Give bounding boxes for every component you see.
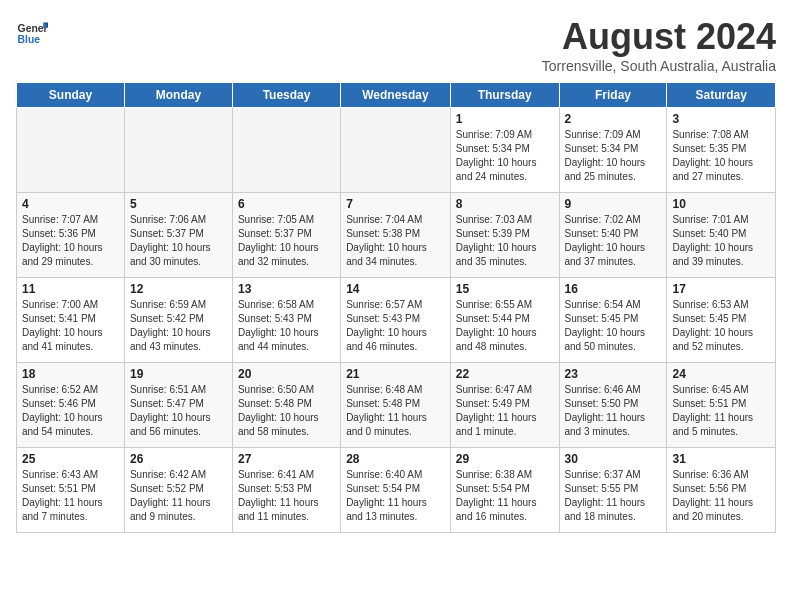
day-number: 1 [456, 112, 554, 126]
day-info: Sunrise: 6:53 AM Sunset: 5:45 PM Dayligh… [672, 298, 770, 354]
day-info: Sunrise: 6:47 AM Sunset: 5:49 PM Dayligh… [456, 383, 554, 439]
day-number: 31 [672, 452, 770, 466]
day-info: Sunrise: 7:09 AM Sunset: 5:34 PM Dayligh… [565, 128, 662, 184]
calendar-cell-6: 6Sunrise: 7:05 AM Sunset: 5:37 PM Daylig… [232, 193, 340, 278]
calendar-cell-7: 7Sunrise: 7:04 AM Sunset: 5:38 PM Daylig… [341, 193, 451, 278]
logo: General Blue [16, 16, 48, 48]
week-row-3: 11Sunrise: 7:00 AM Sunset: 5:41 PM Dayli… [17, 278, 776, 363]
calendar-cell-30: 30Sunrise: 6:37 AM Sunset: 5:55 PM Dayli… [559, 448, 667, 533]
day-info: Sunrise: 6:41 AM Sunset: 5:53 PM Dayligh… [238, 468, 335, 524]
calendar-cell-26: 26Sunrise: 6:42 AM Sunset: 5:52 PM Dayli… [124, 448, 232, 533]
day-number: 14 [346, 282, 445, 296]
day-info: Sunrise: 7:02 AM Sunset: 5:40 PM Dayligh… [565, 213, 662, 269]
day-number: 4 [22, 197, 119, 211]
day-number: 15 [456, 282, 554, 296]
calendar-cell-empty-3 [341, 108, 451, 193]
day-number: 11 [22, 282, 119, 296]
day-info: Sunrise: 6:42 AM Sunset: 5:52 PM Dayligh… [130, 468, 227, 524]
week-row-5: 25Sunrise: 6:43 AM Sunset: 5:51 PM Dayli… [17, 448, 776, 533]
calendar-cell-27: 27Sunrise: 6:41 AM Sunset: 5:53 PM Dayli… [232, 448, 340, 533]
day-number: 22 [456, 367, 554, 381]
day-number: 25 [22, 452, 119, 466]
calendar-cell-31: 31Sunrise: 6:36 AM Sunset: 5:56 PM Dayli… [667, 448, 776, 533]
day-info: Sunrise: 7:08 AM Sunset: 5:35 PM Dayligh… [672, 128, 770, 184]
day-info: Sunrise: 6:38 AM Sunset: 5:54 PM Dayligh… [456, 468, 554, 524]
day-info: Sunrise: 6:54 AM Sunset: 5:45 PM Dayligh… [565, 298, 662, 354]
calendar-table: SundayMondayTuesdayWednesdayThursdayFrid… [16, 82, 776, 533]
day-number: 24 [672, 367, 770, 381]
calendar-cell-16: 16Sunrise: 6:54 AM Sunset: 5:45 PM Dayli… [559, 278, 667, 363]
day-number: 9 [565, 197, 662, 211]
page-header: General Blue August 2024 Torrensville, S… [16, 16, 776, 74]
calendar-cell-10: 10Sunrise: 7:01 AM Sunset: 5:40 PM Dayli… [667, 193, 776, 278]
calendar-cell-20: 20Sunrise: 6:50 AM Sunset: 5:48 PM Dayli… [232, 363, 340, 448]
day-number: 17 [672, 282, 770, 296]
calendar-cell-28: 28Sunrise: 6:40 AM Sunset: 5:54 PM Dayli… [341, 448, 451, 533]
calendar-cell-9: 9Sunrise: 7:02 AM Sunset: 5:40 PM Daylig… [559, 193, 667, 278]
day-number: 7 [346, 197, 445, 211]
day-number: 28 [346, 452, 445, 466]
calendar-cell-18: 18Sunrise: 6:52 AM Sunset: 5:46 PM Dayli… [17, 363, 125, 448]
day-number: 26 [130, 452, 227, 466]
logo-icon: General Blue [16, 16, 48, 48]
week-row-4: 18Sunrise: 6:52 AM Sunset: 5:46 PM Dayli… [17, 363, 776, 448]
calendar-cell-8: 8Sunrise: 7:03 AM Sunset: 5:39 PM Daylig… [450, 193, 559, 278]
day-number: 10 [672, 197, 770, 211]
day-info: Sunrise: 7:07 AM Sunset: 5:36 PM Dayligh… [22, 213, 119, 269]
calendar-cell-1: 1Sunrise: 7:09 AM Sunset: 5:34 PM Daylig… [450, 108, 559, 193]
calendar-cell-11: 11Sunrise: 7:00 AM Sunset: 5:41 PM Dayli… [17, 278, 125, 363]
day-number: 19 [130, 367, 227, 381]
calendar-cell-15: 15Sunrise: 6:55 AM Sunset: 5:44 PM Dayli… [450, 278, 559, 363]
calendar-cell-empty-0 [17, 108, 125, 193]
day-info: Sunrise: 7:04 AM Sunset: 5:38 PM Dayligh… [346, 213, 445, 269]
day-info: Sunrise: 6:36 AM Sunset: 5:56 PM Dayligh… [672, 468, 770, 524]
day-header-thursday: Thursday [450, 83, 559, 108]
day-number: 13 [238, 282, 335, 296]
calendar-cell-29: 29Sunrise: 6:38 AM Sunset: 5:54 PM Dayli… [450, 448, 559, 533]
day-header-tuesday: Tuesday [232, 83, 340, 108]
day-header-wednesday: Wednesday [341, 83, 451, 108]
day-number: 6 [238, 197, 335, 211]
day-info: Sunrise: 7:03 AM Sunset: 5:39 PM Dayligh… [456, 213, 554, 269]
calendar-title: August 2024 [542, 16, 776, 58]
day-number: 12 [130, 282, 227, 296]
calendar-cell-24: 24Sunrise: 6:45 AM Sunset: 5:51 PM Dayli… [667, 363, 776, 448]
day-number: 16 [565, 282, 662, 296]
calendar-cell-14: 14Sunrise: 6:57 AM Sunset: 5:43 PM Dayli… [341, 278, 451, 363]
day-info: Sunrise: 6:55 AM Sunset: 5:44 PM Dayligh… [456, 298, 554, 354]
week-row-1: 1Sunrise: 7:09 AM Sunset: 5:34 PM Daylig… [17, 108, 776, 193]
day-info: Sunrise: 6:52 AM Sunset: 5:46 PM Dayligh… [22, 383, 119, 439]
week-row-2: 4Sunrise: 7:07 AM Sunset: 5:36 PM Daylig… [17, 193, 776, 278]
calendar-cell-2: 2Sunrise: 7:09 AM Sunset: 5:34 PM Daylig… [559, 108, 667, 193]
day-header-friday: Friday [559, 83, 667, 108]
calendar-cell-17: 17Sunrise: 6:53 AM Sunset: 5:45 PM Dayli… [667, 278, 776, 363]
day-info: Sunrise: 6:40 AM Sunset: 5:54 PM Dayligh… [346, 468, 445, 524]
day-number: 30 [565, 452, 662, 466]
day-info: Sunrise: 7:06 AM Sunset: 5:37 PM Dayligh… [130, 213, 227, 269]
day-info: Sunrise: 6:58 AM Sunset: 5:43 PM Dayligh… [238, 298, 335, 354]
title-block: August 2024 Torrensville, South Australi… [542, 16, 776, 74]
day-number: 27 [238, 452, 335, 466]
day-number: 29 [456, 452, 554, 466]
day-number: 20 [238, 367, 335, 381]
calendar-cell-13: 13Sunrise: 6:58 AM Sunset: 5:43 PM Dayli… [232, 278, 340, 363]
day-info: Sunrise: 6:57 AM Sunset: 5:43 PM Dayligh… [346, 298, 445, 354]
calendar-cell-25: 25Sunrise: 6:43 AM Sunset: 5:51 PM Dayli… [17, 448, 125, 533]
calendar-cell-23: 23Sunrise: 6:46 AM Sunset: 5:50 PM Dayli… [559, 363, 667, 448]
day-info: Sunrise: 6:45 AM Sunset: 5:51 PM Dayligh… [672, 383, 770, 439]
calendar-cell-5: 5Sunrise: 7:06 AM Sunset: 5:37 PM Daylig… [124, 193, 232, 278]
day-info: Sunrise: 6:46 AM Sunset: 5:50 PM Dayligh… [565, 383, 662, 439]
day-info: Sunrise: 7:00 AM Sunset: 5:41 PM Dayligh… [22, 298, 119, 354]
calendar-cell-empty-2 [232, 108, 340, 193]
calendar-subtitle: Torrensville, South Australia, Australia [542, 58, 776, 74]
svg-text:Blue: Blue [18, 34, 41, 45]
calendar-cell-12: 12Sunrise: 6:59 AM Sunset: 5:42 PM Dayli… [124, 278, 232, 363]
day-number: 18 [22, 367, 119, 381]
calendar-cell-4: 4Sunrise: 7:07 AM Sunset: 5:36 PM Daylig… [17, 193, 125, 278]
day-header-row: SundayMondayTuesdayWednesdayThursdayFrid… [17, 83, 776, 108]
calendar-cell-22: 22Sunrise: 6:47 AM Sunset: 5:49 PM Dayli… [450, 363, 559, 448]
day-number: 23 [565, 367, 662, 381]
day-number: 2 [565, 112, 662, 126]
day-number: 5 [130, 197, 227, 211]
day-info: Sunrise: 7:05 AM Sunset: 5:37 PM Dayligh… [238, 213, 335, 269]
